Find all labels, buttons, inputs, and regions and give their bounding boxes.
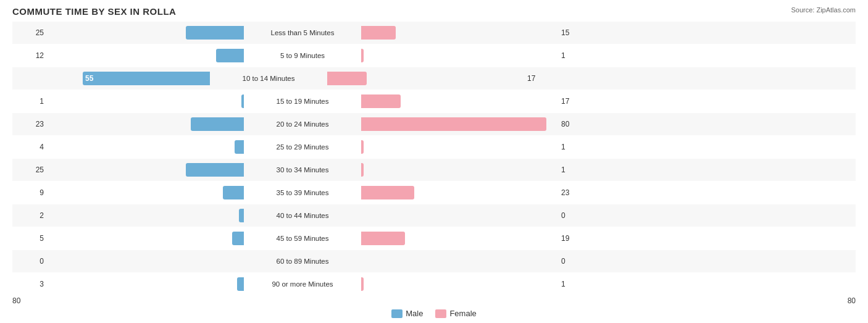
male-bar-container xyxy=(46,277,244,291)
row-label: 90 or more Minutes xyxy=(244,280,361,288)
female-bar xyxy=(361,140,364,154)
row-label: Less than 5 Minutes xyxy=(244,29,361,36)
female-bar-container xyxy=(361,209,559,222)
male-bar-container xyxy=(46,232,244,245)
row-label: 5 to 9 Minutes xyxy=(244,52,361,59)
female-value: 15 xyxy=(559,28,593,37)
female-bar-container xyxy=(361,186,559,199)
male-bar-container xyxy=(46,117,244,131)
axis-right: 80 xyxy=(822,296,856,305)
row-label: 15 to 19 Minutes xyxy=(244,98,361,105)
axis-labels: 80 80 xyxy=(12,296,856,305)
table-row: 0 60 to 89 Minutes 0 xyxy=(12,250,856,272)
male-bar xyxy=(232,232,244,245)
female-bar-container xyxy=(361,94,559,108)
female-value: 23 xyxy=(559,188,593,197)
female-value: 1 xyxy=(559,166,593,174)
row-label: 35 to 39 Minutes xyxy=(244,189,361,196)
legend: Male Female xyxy=(12,309,856,318)
female-bar xyxy=(361,277,364,291)
female-bar xyxy=(361,186,414,199)
female-label: Female xyxy=(449,309,476,318)
male-value: 2 xyxy=(12,211,46,220)
table-row: 2 40 to 44 Minutes 0 xyxy=(12,204,856,227)
female-bar xyxy=(361,163,364,177)
table-row: 5 45 to 59 Minutes 19 xyxy=(12,227,856,250)
male-bar-container xyxy=(46,49,244,62)
male-value: 4 xyxy=(12,143,46,151)
female-value: 1 xyxy=(559,51,593,60)
male-bar-container xyxy=(46,26,244,40)
chart-container: COMMUTE TIME BY SEX IN ROLLA Source: Zip… xyxy=(0,0,868,323)
table-row: 9 35 to 39 Minutes 23 xyxy=(12,182,856,204)
table-row: 23 20 to 24 Minutes 80 xyxy=(12,113,856,135)
female-value: 17 xyxy=(559,97,593,106)
legend-female: Female xyxy=(435,309,476,318)
male-bar-container xyxy=(46,163,244,177)
legend-male: Male xyxy=(391,309,423,318)
row-label: 60 to 89 Minutes xyxy=(244,258,361,265)
table-row: 25 Less than 5 Minutes 15 xyxy=(12,22,856,44)
table-row: 12 5 to 9 Minutes 1 xyxy=(12,44,856,67)
male-value: 5 xyxy=(12,234,46,243)
table-row: 25 30 to 34 Minutes 1 xyxy=(12,159,856,181)
male-value: 3 xyxy=(12,280,46,288)
male-swatch xyxy=(391,309,403,318)
male-bar xyxy=(235,140,244,154)
male-bar xyxy=(191,117,244,131)
table-row: 55 10 to 14 Minutes 17 xyxy=(12,67,856,90)
male-bar-container xyxy=(46,209,244,222)
female-bar xyxy=(361,232,405,245)
chart-area: 25 Less than 5 Minutes 15 12 5 to 9 Minu… xyxy=(12,22,856,295)
male-bar-container xyxy=(46,140,244,154)
male-inside-label: 55 xyxy=(85,74,93,83)
male-value: 0 xyxy=(12,257,46,266)
female-bar-container xyxy=(361,277,559,291)
male-bar xyxy=(216,49,244,62)
male-bar-container xyxy=(46,254,244,268)
male-value: 12 xyxy=(12,51,46,60)
female-bar xyxy=(361,49,364,62)
row-label: 30 to 34 Minutes xyxy=(244,166,361,174)
axis-left: 80 xyxy=(12,296,46,305)
male-label: Male xyxy=(406,309,423,318)
row-label: 25 to 29 Minutes xyxy=(244,143,361,151)
female-bar-container xyxy=(361,140,559,154)
row-label: 20 to 24 Minutes xyxy=(244,120,361,128)
female-bar xyxy=(361,94,401,108)
female-bar-container xyxy=(361,49,559,62)
male-bar: 55 xyxy=(83,72,210,85)
row-label: 10 to 14 Minutes xyxy=(210,75,327,82)
male-value: 9 xyxy=(12,188,46,197)
male-bar xyxy=(186,163,244,177)
table-row: 1 15 to 19 Minutes 17 xyxy=(12,90,856,112)
female-value: 19 xyxy=(559,234,593,243)
male-bar xyxy=(237,277,244,291)
female-value: 17 xyxy=(525,74,559,83)
female-bar xyxy=(361,26,396,40)
female-bar-container xyxy=(361,117,559,131)
male-value: 1 xyxy=(12,97,46,106)
male-bar-container xyxy=(46,186,244,199)
female-bar-container xyxy=(361,163,559,177)
row-label: 40 to 44 Minutes xyxy=(244,212,361,219)
female-bar-container xyxy=(361,254,559,268)
source-label: Source: ZipAtlas.com xyxy=(791,6,856,14)
female-bar-container xyxy=(327,72,525,85)
female-bar xyxy=(361,117,546,131)
female-bar-container xyxy=(361,232,559,245)
table-row: 4 25 to 29 Minutes 1 xyxy=(12,136,856,158)
male-bar xyxy=(223,186,244,199)
female-value: 0 xyxy=(559,257,593,266)
female-value: 1 xyxy=(559,280,593,288)
chart-title: COMMUTE TIME BY SEX IN ROLLA xyxy=(12,6,856,17)
female-value: 80 xyxy=(559,120,593,128)
male-value: 25 xyxy=(12,166,46,174)
female-bar-container xyxy=(361,26,559,40)
male-value: 23 xyxy=(12,120,46,128)
female-bar xyxy=(327,72,367,85)
row-label: 45 to 59 Minutes xyxy=(244,235,361,242)
male-bar xyxy=(186,26,244,40)
female-swatch xyxy=(435,309,446,318)
table-row: 3 90 or more Minutes 1 xyxy=(12,273,856,295)
